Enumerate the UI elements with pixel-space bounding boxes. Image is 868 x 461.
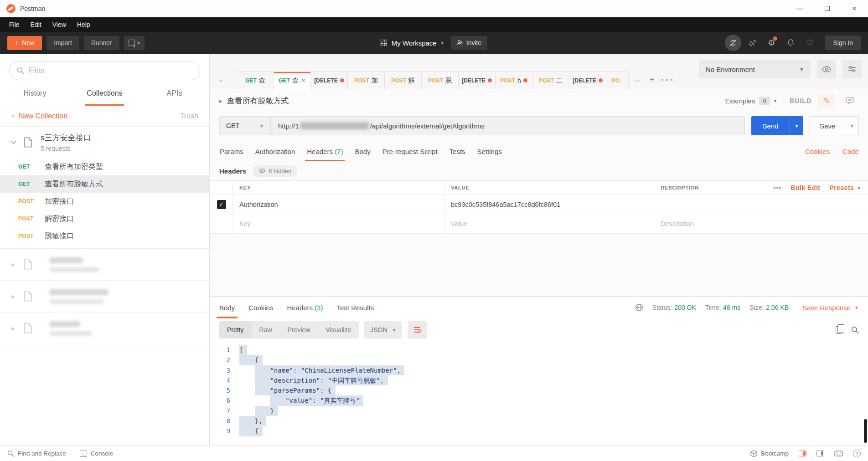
collection-header[interactable]: s三方安全接口 5 requests: [0, 127, 209, 158]
new-tab-button[interactable]: +: [644, 71, 660, 89]
new-description-cell[interactable]: Description: [654, 214, 761, 233]
hidden-headers-toggle[interactable]: 6 hidden: [253, 165, 297, 177]
header-value-cell[interactable]: bc93c0c535f846a5ac17cc8d6fc86f01: [444, 195, 654, 214]
workspace-switcher[interactable]: My Workspace ▾: [381, 39, 444, 47]
view-pretty[interactable]: Pretty: [219, 321, 252, 338]
keyboard-shortcuts-button[interactable]: [834, 451, 843, 456]
tab-apis[interactable]: APIs: [140, 85, 209, 106]
new-value-cell[interactable]: Value: [444, 214, 654, 233]
ellipsis-icon[interactable]: •••: [774, 184, 782, 191]
import-button[interactable]: Import: [46, 36, 79, 50]
environment-quick-look-button[interactable]: [817, 60, 836, 78]
view-preview[interactable]: Preview: [280, 321, 318, 338]
menu-view[interactable]: View: [47, 21, 72, 28]
find-and-replace-button[interactable]: Find and Replace: [7, 450, 66, 457]
capture-requests-button[interactable]: [744, 35, 760, 51]
row-checkbox-checked[interactable]: ✓: [217, 200, 226, 209]
notifications-button[interactable]: [782, 35, 799, 51]
menu-help[interactable]: Help: [72, 21, 96, 28]
minimize-button[interactable]: —: [786, 0, 813, 17]
request-tab[interactable]: POST 加: [347, 72, 385, 89]
tab-settings[interactable]: Settings: [471, 142, 508, 161]
edit-request-button[interactable]: ✎: [818, 93, 835, 108]
filter-search-box[interactable]: [9, 61, 200, 80]
new-button[interactable]: + New: [7, 36, 42, 50]
tab-authorization[interactable]: Authorization: [249, 142, 301, 161]
send-options-button[interactable]: ▼: [790, 116, 803, 135]
tab-pre-request-script[interactable]: Pre-request Script: [377, 142, 444, 161]
examples-dropdown[interactable]: Examples 0 ▾: [725, 97, 777, 105]
request-tab[interactable]: [DELETE: [569, 72, 606, 89]
menu-file[interactable]: File: [4, 21, 25, 28]
tab-headers[interactable]: Headers (7): [301, 142, 349, 161]
comments-button[interactable]: [842, 93, 859, 108]
sidebar-request-item[interactable]: GET 查看所有加密类型: [0, 158, 209, 175]
sign-in-button[interactable]: Sign In: [825, 36, 861, 50]
split-pane-view-button[interactable]: [816, 451, 824, 456]
wrap-text-button[interactable]: [408, 321, 427, 338]
presets-dropdown[interactable]: Presets ▼: [830, 184, 862, 191]
caret-right-icon[interactable]: ▸: [219, 97, 222, 104]
sidebar-request-item[interactable]: POST 加密接口: [0, 193, 209, 210]
menu-edit[interactable]: Edit: [25, 21, 47, 28]
console-button[interactable]: ›_ Console: [80, 450, 114, 457]
environment-select[interactable]: No Environment ▼: [699, 60, 811, 78]
new-collection-button[interactable]: + New Collection: [11, 112, 67, 120]
more-tabs-button[interactable]: ∘∘∘: [660, 71, 675, 89]
back-arrow-button[interactable]: ←: [214, 71, 230, 89]
filter-input[interactable]: [29, 67, 192, 75]
redacted-collection[interactable]: ▸: [0, 281, 209, 312]
request-tab[interactable]: [DELETE: [458, 72, 496, 89]
header-description-cell[interactable]: [654, 195, 761, 214]
settings-button[interactable]: ⚙: [763, 35, 780, 51]
method-select[interactable]: GET ▼: [220, 117, 271, 135]
trash-button[interactable]: Trash: [180, 112, 198, 120]
maximize-button[interactable]: [813, 0, 841, 17]
request-tab[interactable]: [DELETE: [310, 72, 348, 89]
scrollbar-thumb[interactable]: [864, 419, 867, 443]
tab-body[interactable]: Body: [349, 142, 376, 161]
header-key-cell[interactable]: Authorization: [233, 195, 444, 214]
sidebar-request-item[interactable]: POST 解密接口: [0, 210, 209, 227]
environment-settings-button[interactable]: [842, 60, 862, 78]
view-raw[interactable]: Raw: [252, 321, 280, 338]
redacted-collection[interactable]: ▸: [0, 312, 209, 344]
tab-tests[interactable]: Tests: [444, 142, 471, 161]
response-tab-headers[interactable]: Headers (3): [287, 297, 323, 318]
request-tab[interactable]: POST 解: [384, 72, 422, 89]
bulk-edit-button[interactable]: Bulk Edit: [790, 184, 820, 191]
close-button[interactable]: ×: [841, 0, 868, 17]
send-button[interactable]: Send: [751, 116, 790, 135]
request-tab[interactable]: PO: [606, 72, 629, 89]
request-tab[interactable]: GET 查: [237, 72, 274, 89]
sidebar-request-item-selected[interactable]: GET 查看所有脱敏方式: [0, 175, 209, 193]
tab-collections[interactable]: Collections: [70, 85, 140, 106]
save-response-dropdown[interactable]: Save Response ▼: [802, 304, 859, 312]
view-visualize[interactable]: Visualize: [318, 321, 359, 338]
search-response-button[interactable]: [851, 326, 859, 334]
format-select[interactable]: JSON ▼: [364, 321, 402, 338]
help-button[interactable]: ?: [853, 450, 861, 457]
sync-disabled-button[interactable]: [725, 35, 741, 51]
new-window-button[interactable]: ▾: [124, 36, 145, 50]
response-tab-cookies[interactable]: Cookies: [248, 297, 273, 318]
request-tab[interactable]: POST 二: [532, 72, 569, 89]
cookies-link[interactable]: Cookies: [805, 148, 830, 155]
response-body-editor[interactable]: 1[ 2 { 3 "name": "ChinaLicensePlateNumbe…: [210, 341, 868, 446]
invite-button[interactable]: Invite: [451, 36, 487, 50]
forward-arrow-button[interactable]: →: [629, 71, 644, 89]
save-options-button[interactable]: ▼: [845, 117, 858, 135]
network-info-button[interactable]: [635, 303, 643, 312]
response-tab-body[interactable]: Body: [219, 297, 235, 318]
bootcamp-button[interactable]: Bootcamp: [750, 450, 789, 457]
request-tab[interactable]: POST h: [495, 72, 532, 89]
new-key-cell[interactable]: Key: [233, 214, 444, 233]
close-tab-icon[interactable]: ✕: [301, 77, 306, 84]
request-tab-active[interactable]: GET 查 ✕: [274, 72, 311, 89]
redacted-collection[interactable]: ▸: [0, 249, 209, 281]
code-link[interactable]: Code: [842, 148, 859, 155]
save-button[interactable]: Save: [810, 117, 845, 135]
favorites-button[interactable]: ♡: [801, 35, 818, 51]
copy-response-button[interactable]: [836, 326, 842, 334]
tab-params[interactable]: Params: [214, 142, 249, 161]
